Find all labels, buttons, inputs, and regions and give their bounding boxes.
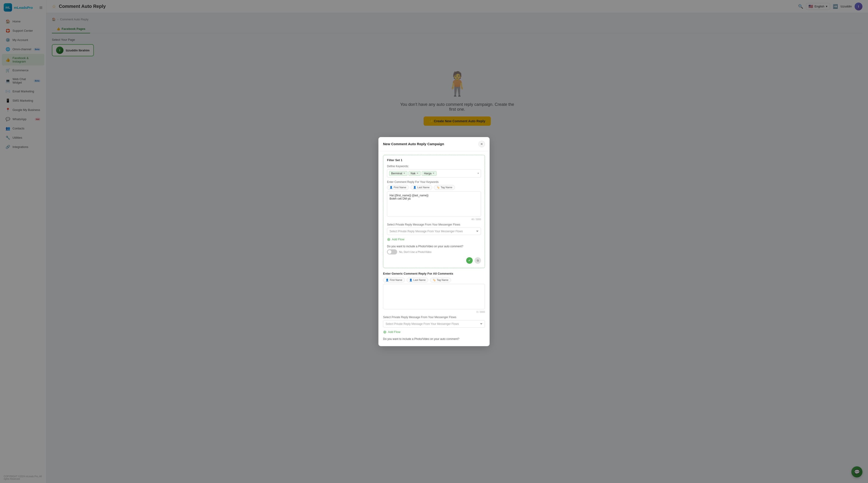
photo-video-toggle[interactable] <box>387 249 397 254</box>
keyword-tag[interactable]: Nak✕ <box>408 171 421 176</box>
plus-icon: ⊕ <box>387 237 391 242</box>
person-icon: 👤 <box>390 186 393 189</box>
modal-title: New Comment Auto Reply Campaign <box>383 142 444 146</box>
photo-video-section: Do you want to include a Photo/Video on … <box>387 245 481 254</box>
generic-section: Enter Generic Comment Reply For All Comm… <box>383 272 485 341</box>
select-flow-dropdown[interactable]: Select Private Reply Message From Your M… <box>387 228 481 235</box>
keyword-remove-icon[interactable]: ✕ <box>432 172 434 175</box>
keywords-input[interactable]: Berminat✕Nak✕Harga✕▾ <box>387 169 481 178</box>
modal-header: New Comment Auto Reply Campaign ✕ <box>378 137 490 151</box>
keyword-remove-icon[interactable]: ✕ <box>416 172 418 175</box>
generic-insert-last-name-button[interactable]: 👤 Last Name <box>407 278 428 283</box>
keywords-label: Define Keywords: <box>387 165 481 168</box>
select-flow-label: Select Private Reply Message From Your M… <box>387 223 481 226</box>
toggle-thumb <box>388 250 392 254</box>
tag-icon-2: 🏷️ <box>433 279 436 282</box>
add-flow-button[interactable]: ⊕ Add Flow <box>387 237 481 242</box>
tag-icon: 🏷️ <box>437 186 440 189</box>
keywords-dropdown-icon[interactable]: ▾ <box>477 172 479 175</box>
modal-close-button[interactable]: ✕ <box>478 141 485 147</box>
generic-insert-buttons: 👤 First Name 👤 Last Name 🏷️ Tag Name <box>383 278 485 283</box>
generic-insert-tag-name-button[interactable]: 🏷️ Tag Name <box>430 278 451 283</box>
generic-add-flow-button[interactable]: ⊕ Add Flow <box>383 329 485 334</box>
keyword-remove-icon[interactable]: ✕ <box>403 172 405 175</box>
keyword-tag[interactable]: Harga✕ <box>422 171 437 176</box>
modal-body: Filter Set 1 Define Keywords: Berminat✕N… <box>378 151 490 346</box>
generic-char-count: 0 / 3000 <box>383 311 485 313</box>
filter-set-title: Filter Set 1 <box>387 158 481 162</box>
generic-title: Enter Generic Comment Reply For All Comm… <box>383 272 485 275</box>
generic-photo-video-section: Do you want to include a Photo/Video on … <box>383 337 485 341</box>
char-count: 46 / 3000 <box>387 218 481 221</box>
insert-first-name-button[interactable]: 👤 First Name <box>387 185 409 190</box>
step-dot-active[interactable]: ✔ <box>466 257 473 264</box>
toggle-label: No, Don't Use a Photo/Video <box>399 251 431 253</box>
generic-select-flow-label: Select Private Reply Message From Your M… <box>383 316 485 319</box>
keyword-tag[interactable]: Berminat✕ <box>389 171 407 176</box>
reply-label: Enter Comment Reply For Your Keywords <box>387 181 481 184</box>
plus-icon-2: ⊕ <box>383 329 386 334</box>
filter-set-1: Filter Set 1 Define Keywords: Berminat✕N… <box>383 155 485 268</box>
generic-photo-video-label: Do you want to include a Photo/Video on … <box>383 337 485 341</box>
insert-last-name-button[interactable]: 👤 Last Name <box>411 185 432 190</box>
modal-overlay[interactable]: New Comment Auto Reply Campaign ✕ Filter… <box>0 0 868 483</box>
generic-reply-textarea[interactable] <box>383 284 485 309</box>
generic-insert-first-name-button[interactable]: 👤 First Name <box>383 278 405 283</box>
toggle-row: No, Don't Use a Photo/Video <box>387 249 481 254</box>
insert-tag-name-button[interactable]: 🏷️ Tag Name <box>434 185 455 190</box>
step-dot-copy[interactable]: ⧉ <box>474 257 481 264</box>
reply-textarea[interactable] <box>387 191 481 217</box>
modal: New Comment Auto Reply Campaign ✕ Filter… <box>378 137 490 346</box>
photo-video-label: Do you want to include a Photo/Video on … <box>387 245 481 248</box>
generic-select-flow-dropdown[interactable]: Select Private Reply Message From Your M… <box>383 320 485 328</box>
step-indicators: ✔ ⧉ <box>387 257 481 265</box>
insert-buttons: 👤 First Name 👤 Last Name 🏷️ Tag Name <box>387 185 481 190</box>
person-icon-3: 👤 <box>385 279 389 282</box>
person-icon-2: 👤 <box>413 186 416 189</box>
person-icon-4: 👤 <box>409 279 412 282</box>
